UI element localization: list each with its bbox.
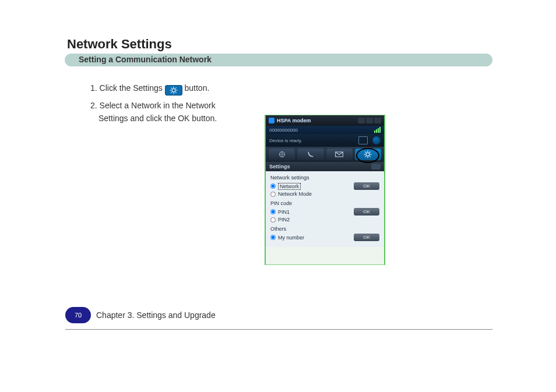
- settings-panel: Network settings Network OK Network Mode…: [266, 171, 384, 247]
- network-radio[interactable]: [270, 183, 276, 189]
- svg-line-6: [175, 92, 177, 93]
- status-text: Device is ready.: [269, 138, 302, 143]
- network-settings-title: Network settings: [270, 175, 379, 181]
- pin-code-title: PIN code: [270, 200, 379, 206]
- svg-line-8: [175, 88, 177, 89]
- pin2-radio[interactable]: [270, 217, 276, 223]
- window-controls: [358, 118, 381, 123]
- step1-prefix: 1. Click the Settings: [90, 83, 165, 93]
- instruction-text: 1. Click the Settings button. 2. Select …: [90, 82, 217, 125]
- maximize-icon[interactable]: [366, 118, 373, 123]
- toolbar-mail-button[interactable]: [326, 149, 353, 160]
- page-heading: Network Settings: [67, 37, 172, 52]
- step2-line2: Settings and click the OK button.: [90, 112, 217, 125]
- network-settings-group: Network settings Network OK Network Mode: [270, 175, 379, 197]
- step1-suffix: button.: [185, 83, 210, 93]
- network-ok-button[interactable]: OK: [354, 182, 379, 190]
- mynumber-radio[interactable]: [270, 235, 276, 240]
- highlight-circle-icon: [356, 148, 379, 163]
- toolbar-settings-button[interactable]: [355, 149, 381, 160]
- pin-code-group: PIN code PIN1 OK PIN2: [270, 200, 379, 223]
- settings-gear-button-inline: [165, 85, 182, 96]
- network-mode-option-label: Network Mode: [278, 191, 312, 197]
- page-number-badge: 70: [65, 307, 91, 323]
- modem-phonebar: 00000000000: [266, 126, 384, 134]
- footer-chapter-text: Chapter 3. Settings and Upgrade: [96, 310, 216, 320]
- step2-line1: 2. Select a Network in the Network: [90, 99, 217, 112]
- svg-point-0: [172, 89, 175, 92]
- settings-label: Settings: [269, 164, 290, 169]
- modem-title: HSPA modem: [277, 118, 311, 123]
- signal-icon: [374, 127, 381, 133]
- settings-section-header: Settings: [266, 162, 384, 171]
- svg-line-7: [171, 92, 172, 93]
- network-mode-radio[interactable]: [270, 192, 276, 197]
- toolbar-globe-button[interactable]: [269, 149, 295, 160]
- modem-status-row: Device is ready.: [266, 134, 384, 147]
- svg-line-5: [171, 88, 172, 89]
- modem-toolbar: [266, 147, 384, 162]
- others-group: Others My number OK: [270, 226, 379, 241]
- mynumber-option-label: My number: [278, 235, 304, 241]
- close-icon[interactable]: [374, 118, 381, 123]
- toolbar-phone-button[interactable]: [297, 149, 323, 160]
- modem-titlebar: HSPA modem: [266, 115, 384, 126]
- modem-app-window: HSPA modem 00000000000 Device is ready.: [265, 115, 385, 265]
- collapse-icon[interactable]: [371, 164, 381, 169]
- globe-status-icon: [372, 136, 381, 144]
- others-title: Others: [270, 226, 379, 232]
- modem-app-icon: [269, 118, 275, 123]
- section-title: Setting a Communication Network: [79, 55, 212, 64]
- pin-ok-button[interactable]: OK: [354, 208, 379, 216]
- footer-divider: [65, 329, 492, 330]
- pc-icon: [358, 136, 368, 144]
- network-option-label: Network: [278, 183, 301, 190]
- minimize-icon[interactable]: [358, 118, 365, 123]
- pin1-radio[interactable]: [270, 209, 276, 214]
- pin2-option-label: PIN2: [278, 217, 290, 223]
- others-ok-button[interactable]: OK: [354, 234, 379, 241]
- phone-number: 00000000000: [269, 128, 298, 133]
- pin1-option-label: PIN1: [278, 209, 290, 215]
